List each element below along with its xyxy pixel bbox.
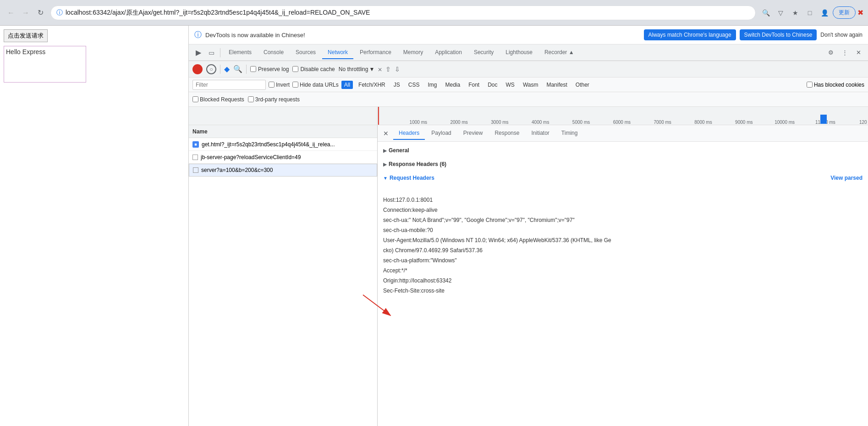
- filter-type-manifest[interactable]: Manifest: [544, 81, 570, 89]
- network-item-checkbox-2: [192, 155, 198, 160]
- browser-actions: 🔍 ▽ ★ □ 👤 更新 ✖: [759, 6, 863, 19]
- detail-panel-close[interactable]: ✕: [381, 128, 390, 139]
- reload-button[interactable]: ↻: [34, 6, 47, 19]
- hide-data-urls-input[interactable]: [292, 82, 298, 88]
- devtools-tool-icons: ⚙ ⋮ ✕: [825, 47, 864, 59]
- tab-network[interactable]: Network: [322, 46, 353, 59]
- general-section-header[interactable]: ▶ General: [383, 145, 863, 155]
- settings-icon[interactable]: ⚙: [825, 47, 837, 59]
- view-parsed-button[interactable]: View parsed: [830, 175, 863, 181]
- network-list-header: Name: [189, 125, 377, 138]
- network-main: Name ■ get.html?_ijt=r5s2qb23rtnd5esc1p4…: [189, 125, 868, 426]
- detail-tab-initiator[interactable]: Initiator: [526, 127, 555, 140]
- window-controls-button[interactable]: □: [803, 6, 816, 19]
- extensions-button[interactable]: ▽: [774, 6, 787, 19]
- tab-security[interactable]: Security: [468, 46, 499, 59]
- filter-type-all[interactable]: All: [341, 81, 353, 89]
- response-headers-section-header[interactable]: ▶ Response Headers (6): [383, 159, 863, 169]
- tick-5000: 5000 ms: [572, 120, 590, 125]
- third-party-input[interactable]: [248, 96, 254, 102]
- preserve-log-input[interactable]: [250, 66, 256, 72]
- filter-type-js[interactable]: JS: [391, 81, 403, 89]
- preserve-log-checkbox[interactable]: Preserve log: [250, 66, 289, 72]
- response-toggle-icon: ▶: [383, 162, 387, 167]
- network-filter2: Blocked Requests 3rd-party requests: [189, 92, 868, 107]
- close-tab-button[interactable]: ✖: [857, 8, 863, 17]
- header-val-host: 127.0.0.1:8001: [396, 196, 433, 204]
- record-button[interactable]: [192, 64, 203, 74]
- request-toggle-icon: ▼: [383, 176, 388, 181]
- dont-show-again-button[interactable]: Don't show again: [820, 32, 863, 38]
- back-button[interactable]: ←: [5, 6, 17, 19]
- detail-content: ▶ General ▶ Response Headers (6): [378, 142, 868, 426]
- notification-info-icon: ⓘ: [194, 30, 202, 40]
- device-toolbar-icon[interactable]: ▭: [205, 47, 217, 59]
- tab-recorder[interactable]: Recorder ▲: [539, 46, 580, 59]
- third-party-checkbox[interactable]: 3rd-party requests: [248, 96, 300, 103]
- network-item-server[interactable]: server?a=100&b=200&c=300: [189, 164, 377, 177]
- update-button[interactable]: 更新: [833, 6, 856, 19]
- address-bar[interactable]: ⓘ localhost:63342/ajax/原生Ajax/get.html?_…: [50, 6, 756, 20]
- header-key-sec-ch-ua-mobile: sec-ch-ua-mobile:: [383, 226, 427, 234]
- detail-tab-payload[interactable]: Payload: [426, 127, 456, 140]
- invert-label: Invert: [276, 82, 290, 88]
- network-filter-bar: Invert Hide data URLs All Fetch/XHR JS C…: [189, 77, 868, 92]
- filter-type-ws[interactable]: WS: [503, 81, 517, 89]
- filter-type-media[interactable]: Media: [442, 81, 463, 89]
- tab-sources[interactable]: Sources: [290, 46, 321, 59]
- tab-elements[interactable]: Elements: [223, 46, 257, 59]
- filter-type-font[interactable]: Font: [466, 81, 482, 89]
- third-party-label: 3rd-party requests: [255, 96, 300, 103]
- filter-type-img[interactable]: Img: [425, 81, 439, 89]
- header-row-origin: Origin: http://localhost:63342: [383, 276, 863, 286]
- filter-type-other[interactable]: Other: [573, 81, 592, 89]
- detail-tab-preview[interactable]: Preview: [458, 127, 489, 140]
- general-toggle-icon: ▶: [383, 148, 387, 153]
- hide-data-urls-checkbox[interactable]: Hide data URLs: [292, 82, 339, 88]
- has-blocked-cookies-input[interactable]: [807, 82, 813, 88]
- detail-tab-timing[interactable]: Timing: [556, 127, 583, 140]
- header-key-connection: Connection:: [383, 206, 412, 214]
- filter-icon[interactable]: ◆: [224, 65, 230, 73]
- profile-button[interactable]: 👤: [818, 6, 831, 19]
- disable-cache-checkbox[interactable]: Disable cache: [292, 66, 335, 72]
- throttle-dropdown-icon: ▼: [369, 66, 374, 72]
- blocked-requests-input[interactable]: [192, 96, 198, 102]
- request-headers-section-header[interactable]: ▼ Request Headers View parsed: [383, 173, 863, 183]
- filter-type-wasm[interactable]: Wasm: [520, 81, 541, 89]
- more-options-icon[interactable]: ⋮: [839, 47, 851, 59]
- bookmark-button[interactable]: ★: [789, 6, 802, 19]
- url-text: localhost:63342/ajax/原生Ajax/get.html?_ij…: [66, 9, 370, 17]
- filter-input[interactable]: [192, 80, 266, 90]
- filter-type-fetchxhr[interactable]: Fetch/XHR: [356, 81, 388, 89]
- invert-checkbox[interactable]: Invert: [269, 82, 290, 88]
- network-item-jb-server[interactable]: jb-server-page?reloadServiceClientId=49: [189, 151, 377, 164]
- filter-type-doc[interactable]: Doc: [485, 81, 500, 89]
- toolbar-divider-2: [246, 65, 247, 74]
- tick-1000: 1000 ms: [410, 120, 427, 125]
- filter-type-css[interactable]: CSS: [406, 81, 423, 89]
- dock-icon[interactable]: ✕: [852, 47, 864, 59]
- tab-lighthouse[interactable]: Lighthouse: [500, 46, 538, 59]
- tab-application[interactable]: Application: [429, 46, 467, 59]
- disable-cache-input[interactable]: [292, 66, 298, 72]
- tab-memory[interactable]: Memory: [398, 46, 429, 59]
- detail-tab-response[interactable]: Response: [489, 127, 525, 140]
- search-browser-button[interactable]: 🔍: [759, 6, 772, 19]
- stop-button[interactable]: ○: [206, 64, 216, 74]
- blocked-requests-checkbox[interactable]: Blocked Requests: [192, 96, 244, 103]
- invert-input[interactable]: [269, 82, 275, 88]
- element-selector-icon[interactable]: ▶: [192, 47, 204, 59]
- network-item-get-html[interactable]: ■ get.html?_ijt=r5s2qb23rtnd5esc1p4q4j45…: [189, 138, 377, 151]
- match-language-button[interactable]: Always match Chrome's language: [644, 29, 736, 40]
- tab-performance[interactable]: Performance: [354, 46, 397, 59]
- detail-tab-headers[interactable]: Headers: [393, 127, 425, 140]
- search-icon[interactable]: 🔍: [233, 65, 242, 73]
- switch-devtools-button[interactable]: Switch DevTools to Chinese: [740, 29, 817, 40]
- throttle-select[interactable]: No throttling ▼: [339, 66, 375, 72]
- header-key-sec-ch-ua-platform: sec-ch-ua-platform:: [383, 256, 430, 265]
- send-request-button[interactable]: 点击发送请求: [4, 29, 48, 42]
- header-key-host: Host:: [383, 196, 396, 204]
- forward-button[interactable]: →: [19, 6, 32, 19]
- tab-console[interactable]: Console: [258, 46, 289, 59]
